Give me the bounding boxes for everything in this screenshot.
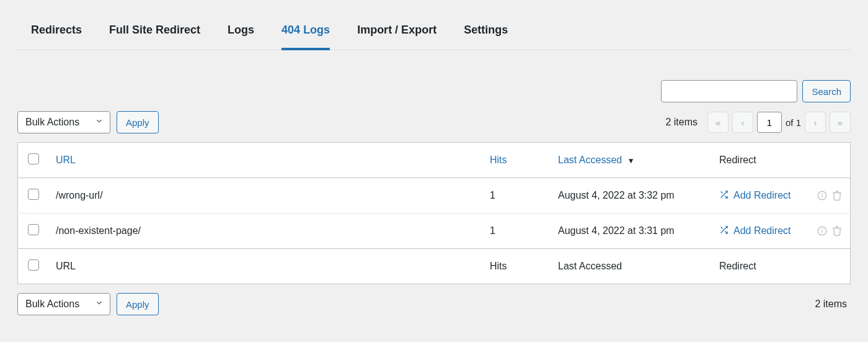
table-row: /wrong-url/ 1 August 4, 2022 at 3:32 pm … — [18, 178, 851, 214]
page-first-button[interactable]: « — [707, 112, 728, 133]
logs-table: URL Hits Last Accessed ▼ Redirect /wrong… — [17, 142, 851, 284]
select-all-checkbox[interactable] — [28, 153, 39, 164]
footer-column-redirect: Redirect — [719, 261, 756, 271]
row-last-accessed: August 4, 2022 at 3:31 pm — [558, 225, 675, 236]
bulk-actions-label: Bulk Actions — [25, 117, 79, 128]
apply-button-bottom[interactable]: Apply — [117, 293, 159, 315]
add-redirect-label: Add Redirect — [733, 190, 791, 201]
bulk-actions-select[interactable]: Bulk Actions — [17, 111, 110, 133]
add-redirect-label: Add Redirect — [733, 225, 791, 236]
bulk-actions-label: Bulk Actions — [25, 299, 79, 310]
column-last-accessed[interactable]: Last Accessed — [558, 155, 622, 165]
info-icon[interactable] — [817, 190, 828, 201]
page-number-input[interactable] — [757, 112, 782, 133]
chevron-down-icon — [95, 299, 104, 310]
tab-settings[interactable]: Settings — [464, 21, 508, 50]
row-checkbox[interactable] — [28, 224, 39, 235]
table-row: /non-existent-page/ 1 August 4, 2022 at … — [18, 214, 851, 249]
page-last-button[interactable]: » — [830, 112, 851, 133]
tab-import-export[interactable]: Import / Export — [357, 21, 436, 50]
row-url: /non-existent-page/ — [56, 225, 141, 236]
select-all-checkbox-footer[interactable] — [28, 259, 39, 271]
chevron-down-icon — [95, 117, 104, 128]
bulk-actions-select-bottom[interactable]: Bulk Actions — [17, 293, 110, 315]
shuffle-icon — [719, 190, 728, 202]
items-count-bottom: 2 items — [815, 299, 847, 310]
svg-point-2 — [822, 193, 823, 194]
footer-column-hits: Hits — [490, 261, 507, 271]
apply-button[interactable]: Apply — [117, 111, 159, 133]
items-count: 2 items — [665, 117, 698, 128]
sort-desc-icon: ▼ — [627, 156, 635, 165]
pagination: « ‹ of 1 › » — [707, 112, 851, 133]
page-prev-button[interactable]: ‹ — [732, 112, 753, 133]
tab-404-logs[interactable]: 404 Logs — [281, 21, 330, 50]
tab-bar: Redirects Full Site Redirect Logs 404 Lo… — [17, 0, 851, 50]
column-url[interactable]: URL — [56, 155, 76, 165]
tab-redirects[interactable]: Redirects — [31, 21, 82, 50]
column-hits[interactable]: Hits — [490, 155, 507, 165]
page-next-button[interactable]: › — [805, 112, 826, 133]
column-redirect: Redirect — [719, 155, 756, 165]
row-checkbox[interactable] — [28, 189, 39, 200]
page-of-text: of 1 — [786, 117, 801, 128]
row-last-accessed: August 4, 2022 at 3:32 pm — [558, 190, 675, 200]
tab-full-site-redirect[interactable]: Full Site Redirect — [109, 21, 200, 50]
row-hits: 1 — [490, 225, 495, 236]
search-input[interactable] — [661, 80, 797, 102]
trash-icon[interactable] — [831, 225, 843, 236]
footer-column-last: Last Accessed — [558, 261, 622, 271]
row-url: /wrong-url/ — [56, 190, 103, 200]
trash-icon[interactable] — [831, 190, 843, 201]
shuffle-icon — [719, 225, 728, 237]
svg-point-5 — [822, 228, 823, 229]
add-redirect-link[interactable]: Add Redirect — [719, 190, 791, 202]
add-redirect-link[interactable]: Add Redirect — [719, 225, 791, 237]
row-hits: 1 — [490, 190, 495, 200]
search-button[interactable]: Search — [802, 80, 851, 102]
footer-column-url: URL — [56, 261, 76, 271]
tab-logs[interactable]: Logs — [228, 21, 254, 50]
info-icon[interactable] — [817, 225, 828, 236]
